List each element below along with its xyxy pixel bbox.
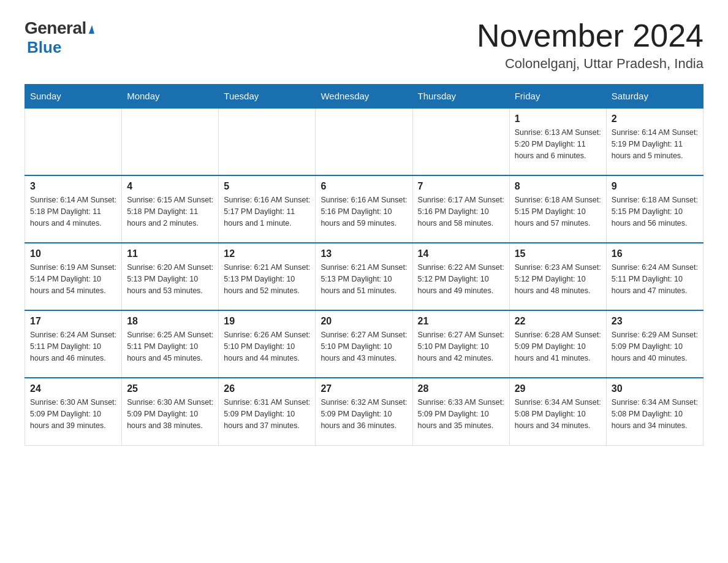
weekday-header-saturday: Saturday [606,85,703,109]
month-title: November 2024 [477,18,703,53]
day-info: Sunrise: 6:31 AM Sunset: 5:09 PM Dayligh… [224,397,310,431]
day-info: Sunrise: 6:18 AM Sunset: 5:15 PM Dayligh… [515,194,601,229]
calendar-cell [412,108,509,175]
day-number: 16 [612,248,698,259]
calendar-cell: 28Sunrise: 6:33 AM Sunset: 5:09 PM Dayli… [412,378,509,445]
calendar-cell: 11Sunrise: 6:20 AM Sunset: 5:13 PM Dayli… [122,243,219,310]
day-number: 5 [224,181,310,192]
calendar-cell: 17Sunrise: 6:24 AM Sunset: 5:11 PM Dayli… [25,310,122,378]
day-info: Sunrise: 6:16 AM Sunset: 5:16 PM Dayligh… [320,194,407,229]
day-info: Sunrise: 6:27 AM Sunset: 5:10 PM Dayligh… [418,329,504,364]
calendar-cell [316,108,412,175]
day-info: Sunrise: 6:18 AM Sunset: 5:15 PM Dayligh… [612,194,698,229]
logo-blue-text: Blue [27,38,61,56]
day-number: 17 [30,316,116,327]
day-info: Sunrise: 6:16 AM Sunset: 5:17 PM Dayligh… [224,194,310,229]
day-info: Sunrise: 6:21 AM Sunset: 5:13 PM Dayligh… [224,262,310,296]
logo-blue-line: Blue [27,38,61,57]
weekday-header-row: SundayMondayTuesdayWednesdayThursdayFrid… [25,85,703,109]
day-info: Sunrise: 6:19 AM Sunset: 5:14 PM Dayligh… [30,262,116,296]
day-number: 30 [612,383,698,394]
calendar-cell: 13Sunrise: 6:21 AM Sunset: 5:13 PM Dayli… [316,243,412,310]
day-info: Sunrise: 6:23 AM Sunset: 5:12 PM Dayligh… [515,262,601,296]
day-number: 22 [515,316,601,327]
calendar-cell: 18Sunrise: 6:25 AM Sunset: 5:11 PM Dayli… [122,310,219,378]
day-info: Sunrise: 6:22 AM Sunset: 5:12 PM Dayligh… [418,262,504,296]
calendar-cell: 10Sunrise: 6:19 AM Sunset: 5:14 PM Dayli… [25,243,122,310]
weekday-header-friday: Friday [509,85,606,109]
calendar-week-row: 10Sunrise: 6:19 AM Sunset: 5:14 PM Dayli… [25,243,703,310]
day-number: 1 [515,113,601,124]
day-number: 14 [418,248,504,259]
calendar-header: SundayMondayTuesdayWednesdayThursdayFrid… [25,85,703,109]
day-number: 8 [515,181,601,192]
calendar-cell: 15Sunrise: 6:23 AM Sunset: 5:12 PM Dayli… [509,243,606,310]
calendar-cell: 12Sunrise: 6:21 AM Sunset: 5:13 PM Dayli… [219,243,316,310]
day-info: Sunrise: 6:30 AM Sunset: 5:09 PM Dayligh… [30,397,116,431]
day-number: 3 [30,181,116,192]
calendar-week-row: 24Sunrise: 6:30 AM Sunset: 5:09 PM Dayli… [25,378,703,445]
calendar-cell: 16Sunrise: 6:24 AM Sunset: 5:11 PM Dayli… [606,243,703,310]
day-number: 11 [127,248,213,259]
day-number: 20 [320,316,407,327]
day-number: 4 [127,181,213,192]
calendar-cell: 8Sunrise: 6:18 AM Sunset: 5:15 PM Daylig… [509,175,606,243]
day-info: Sunrise: 6:28 AM Sunset: 5:09 PM Dayligh… [515,329,601,364]
calendar-cell [122,108,219,175]
calendar-table: SundayMondayTuesdayWednesdayThursdayFrid… [25,84,703,446]
weekday-header-wednesday: Wednesday [316,85,412,109]
weekday-header-sunday: Sunday [25,85,122,109]
day-info: Sunrise: 6:20 AM Sunset: 5:13 PM Dayligh… [127,262,213,296]
day-number: 23 [612,316,698,327]
day-info: Sunrise: 6:24 AM Sunset: 5:11 PM Dayligh… [612,262,698,296]
weekday-header-monday: Monday [122,85,219,109]
calendar-body: 1Sunrise: 6:13 AM Sunset: 5:20 PM Daylig… [25,108,703,445]
day-number: 6 [320,181,407,192]
calendar-cell: 3Sunrise: 6:14 AM Sunset: 5:18 PM Daylig… [25,175,122,243]
calendar-cell: 22Sunrise: 6:28 AM Sunset: 5:09 PM Dayli… [509,310,606,378]
calendar-week-row: 1Sunrise: 6:13 AM Sunset: 5:20 PM Daylig… [25,108,703,175]
day-number: 24 [30,383,116,394]
calendar-cell: 14Sunrise: 6:22 AM Sunset: 5:12 PM Dayli… [412,243,509,310]
day-number: 29 [515,383,601,394]
calendar-cell: 20Sunrise: 6:27 AM Sunset: 5:10 PM Dayli… [316,310,412,378]
day-info: Sunrise: 6:14 AM Sunset: 5:19 PM Dayligh… [612,127,698,161]
day-info: Sunrise: 6:15 AM Sunset: 5:18 PM Dayligh… [127,194,213,229]
calendar-cell: 26Sunrise: 6:31 AM Sunset: 5:09 PM Dayli… [219,378,316,445]
calendar-cell: 24Sunrise: 6:30 AM Sunset: 5:09 PM Dayli… [25,378,122,445]
day-info: Sunrise: 6:32 AM Sunset: 5:09 PM Dayligh… [320,397,407,431]
day-info: Sunrise: 6:33 AM Sunset: 5:09 PM Dayligh… [418,397,504,431]
day-info: Sunrise: 6:13 AM Sunset: 5:20 PM Dayligh… [515,127,601,161]
calendar-cell: 2Sunrise: 6:14 AM Sunset: 5:19 PM Daylig… [606,108,703,175]
calendar-cell: 23Sunrise: 6:29 AM Sunset: 5:09 PM Dayli… [606,310,703,378]
logo-general-text: General [25,18,86,38]
day-number: 26 [224,383,310,394]
day-info: Sunrise: 6:34 AM Sunset: 5:08 PM Dayligh… [612,397,698,431]
day-info: Sunrise: 6:24 AM Sunset: 5:11 PM Dayligh… [30,329,116,364]
calendar-cell: 21Sunrise: 6:27 AM Sunset: 5:10 PM Dayli… [412,310,509,378]
calendar-week-row: 17Sunrise: 6:24 AM Sunset: 5:11 PM Dayli… [25,310,703,378]
day-info: Sunrise: 6:27 AM Sunset: 5:10 PM Dayligh… [320,329,407,364]
calendar-cell: 7Sunrise: 6:17 AM Sunset: 5:16 PM Daylig… [412,175,509,243]
day-number: 9 [612,181,698,192]
page-header: General Blue November 2024 Colonelganj, … [25,18,703,72]
day-info: Sunrise: 6:17 AM Sunset: 5:16 PM Dayligh… [418,194,504,229]
day-info: Sunrise: 6:26 AM Sunset: 5:10 PM Dayligh… [224,329,310,364]
location-subtitle: Colonelganj, Uttar Pradesh, India [477,56,703,72]
day-number: 27 [320,383,407,394]
calendar-cell: 27Sunrise: 6:32 AM Sunset: 5:09 PM Dayli… [316,378,412,445]
calendar-cell: 9Sunrise: 6:18 AM Sunset: 5:15 PM Daylig… [606,175,703,243]
day-number: 10 [30,248,116,259]
calendar-cell: 30Sunrise: 6:34 AM Sunset: 5:08 PM Dayli… [606,378,703,445]
calendar-week-row: 3Sunrise: 6:14 AM Sunset: 5:18 PM Daylig… [25,175,703,243]
weekday-header-thursday: Thursday [412,85,509,109]
day-number: 21 [418,316,504,327]
day-info: Sunrise: 6:34 AM Sunset: 5:08 PM Dayligh… [515,397,601,431]
logo-area: General Blue [25,18,93,57]
calendar-cell [219,108,316,175]
day-info: Sunrise: 6:25 AM Sunset: 5:11 PM Dayligh… [127,329,213,364]
logo: General [25,18,93,38]
day-number: 25 [127,383,213,394]
day-number: 15 [515,248,601,259]
calendar-cell: 5Sunrise: 6:16 AM Sunset: 5:17 PM Daylig… [219,175,316,243]
